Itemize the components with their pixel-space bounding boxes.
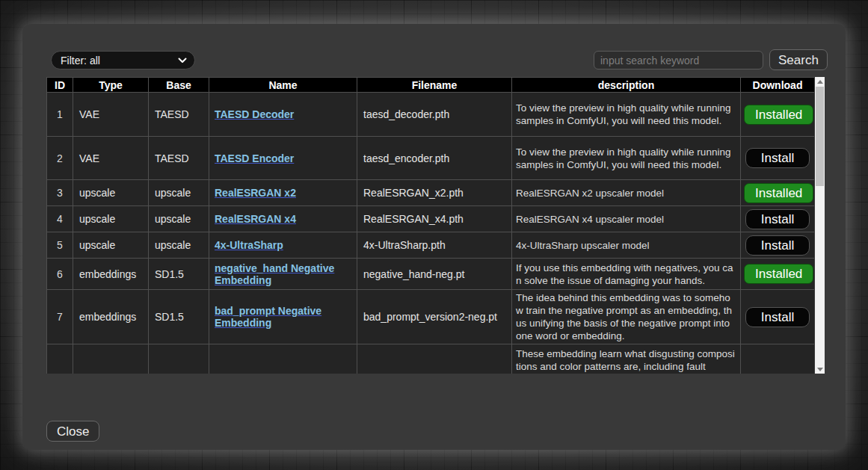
model-name-link[interactable]: RealESRGAN x4 bbox=[215, 213, 296, 225]
models-table-body: 1 VAE TAESD TAESD Decoder taesd_decoder.… bbox=[47, 93, 815, 374]
model-name-link[interactable]: negative_hand Negative Embedding bbox=[215, 262, 334, 286]
column-header-base: Base bbox=[149, 78, 209, 93]
scroll-down-arrow-icon[interactable] bbox=[815, 365, 825, 374]
cell-id: 7 bbox=[47, 290, 73, 344]
cell-type: VAE bbox=[73, 93, 149, 137]
model-name-link[interactable]: TAESD Decoder bbox=[215, 108, 294, 120]
cell-type: embeddings bbox=[73, 259, 149, 290]
table-row: 7 embeddings SD1.5 bad_prompt Negative E… bbox=[47, 290, 815, 344]
close-button[interactable]: Close bbox=[46, 421, 99, 442]
cell-name: TAESD Decoder bbox=[209, 93, 357, 137]
chevron-down-icon bbox=[178, 58, 187, 64]
column-header-id: ID bbox=[47, 78, 73, 93]
cell-filename: 4x-UltraSharp.pth bbox=[357, 232, 512, 259]
cell-base: SD1.5 bbox=[149, 290, 209, 344]
cell-type bbox=[73, 344, 149, 374]
cell-id: 6 bbox=[47, 259, 73, 290]
cell-name: TAESD Encoder bbox=[209, 137, 357, 180]
cell-description: If you use this embedding with negatives… bbox=[512, 259, 741, 290]
search-input[interactable] bbox=[594, 51, 763, 69]
cell-description: The idea behind this embedding was to so… bbox=[512, 290, 741, 344]
column-header-type: Type bbox=[73, 78, 149, 93]
cell-filename: taesd_encoder.pth bbox=[357, 137, 512, 180]
cell-download: Install bbox=[741, 137, 815, 180]
models-table: ID Type Base Name Filename description D… bbox=[46, 77, 814, 374]
cell-description: RealESRGAN x4 upscaler model bbox=[512, 206, 741, 232]
cell-description: These embedding learn what disgusting co… bbox=[512, 344, 741, 374]
table-header-row: ID Type Base Name Filename description D… bbox=[47, 78, 815, 93]
download-button[interactable]: Installed bbox=[744, 264, 813, 284]
model-manager-dialog: Filter: all Search ID Type bbox=[22, 24, 846, 450]
cell-base: TAESD bbox=[149, 93, 209, 137]
cell-base: upscale bbox=[149, 206, 209, 232]
cell-id: 4 bbox=[47, 206, 73, 232]
cell-type: upscale bbox=[73, 232, 149, 259]
cell-type: embeddings bbox=[73, 290, 149, 344]
canvas-background: Filter: all Search ID Type bbox=[0, 0, 868, 470]
cell-description: 4x-UltraSharp upscaler model bbox=[512, 232, 741, 259]
filter-select[interactable]: Filter: all bbox=[51, 51, 195, 69]
cell-description: RealESRGAN x2 upscaler model bbox=[512, 180, 741, 206]
cell-base bbox=[149, 344, 209, 374]
cell-description: To view the preview in high quality whil… bbox=[512, 137, 741, 180]
cell-download: Install bbox=[741, 232, 815, 259]
cell-base: SD1.5 bbox=[149, 259, 209, 290]
model-name-link[interactable]: bad_prompt Negative Embedding bbox=[215, 305, 321, 329]
model-name-link[interactable]: RealESRGAN x2 bbox=[215, 187, 296, 199]
search-button[interactable]: Search bbox=[769, 49, 828, 70]
model-name-link[interactable]: 4x-UltraSharp bbox=[215, 239, 283, 251]
cell-filename: taesd_decoder.pth bbox=[357, 93, 512, 137]
cell-description: To view the preview in high quality whil… bbox=[512, 93, 741, 137]
cell-filename: RealESRGAN_x4.pth bbox=[357, 206, 512, 232]
cell-download: Install bbox=[741, 290, 815, 344]
table-row: 2 VAE TAESD TAESD Encoder taesd_encoder.… bbox=[47, 137, 815, 180]
cell-type: VAE bbox=[73, 137, 149, 180]
table-row: 6 embeddings SD1.5 negative_hand Negativ… bbox=[47, 259, 815, 290]
cell-filename: RealESRGAN_x2.pth bbox=[357, 180, 512, 206]
models-table-viewport: ID Type Base Name Filename description D… bbox=[46, 77, 814, 374]
column-header-filename: Filename bbox=[357, 78, 512, 93]
cell-name: RealESRGAN x4 bbox=[209, 206, 357, 232]
download-button[interactable]: Installed bbox=[744, 183, 813, 203]
cell-id: 2 bbox=[47, 137, 73, 180]
cell-name: negative_hand Negative Embedding bbox=[209, 259, 357, 290]
cell-filename: bad_prompt_version2-neg.pt bbox=[357, 290, 512, 344]
filter-select-value: Filter: all bbox=[61, 55, 178, 67]
cell-download: Install bbox=[741, 206, 815, 232]
cell-download bbox=[741, 344, 815, 374]
models-table-area: ID Type Base Name Filename description D… bbox=[46, 77, 825, 374]
cell-type: upscale bbox=[73, 180, 149, 206]
cell-id: 1 bbox=[47, 93, 73, 137]
scrollbar-thumb[interactable] bbox=[816, 87, 824, 186]
model-name-link[interactable]: TAESD Encoder bbox=[215, 152, 294, 164]
download-button[interactable]: Install bbox=[745, 148, 810, 168]
cell-filename bbox=[357, 344, 512, 374]
cell-download: Installed bbox=[741, 259, 815, 290]
cell-download: Installed bbox=[741, 93, 815, 137]
table-row: 4 upscale upscale RealESRGAN x4 RealESRG… bbox=[47, 206, 815, 232]
cell-name bbox=[209, 344, 357, 374]
column-header-download: Download bbox=[741, 78, 815, 93]
cell-base: TAESD bbox=[149, 137, 209, 180]
cell-id: 3 bbox=[47, 180, 73, 206]
cell-base: upscale bbox=[149, 180, 209, 206]
cell-name: 4x-UltraSharp bbox=[209, 232, 357, 259]
download-button[interactable]: Install bbox=[745, 307, 810, 327]
cell-type: upscale bbox=[73, 206, 149, 232]
cell-name: RealESRGAN x2 bbox=[209, 180, 357, 206]
download-button[interactable]: Install bbox=[745, 209, 810, 229]
table-scrollbar[interactable] bbox=[815, 77, 825, 374]
cell-filename: negative_hand-neg.pt bbox=[357, 259, 512, 290]
cell-base: upscale bbox=[149, 232, 209, 259]
cell-id bbox=[47, 344, 73, 374]
download-button[interactable]: Install bbox=[745, 235, 810, 256]
table-row: 5 upscale upscale 4x-UltraSharp 4x-Ultra… bbox=[47, 232, 815, 259]
column-header-description: description bbox=[512, 78, 741, 93]
cell-id: 5 bbox=[47, 232, 73, 259]
scroll-up-arrow-icon[interactable] bbox=[815, 77, 825, 86]
cell-download: Installed bbox=[741, 180, 815, 206]
table-row: 3 upscale upscale RealESRGAN x2 RealESRG… bbox=[47, 180, 815, 206]
cell-name: bad_prompt Negative Embedding bbox=[209, 290, 357, 344]
download-button[interactable]: Installed bbox=[744, 105, 813, 125]
table-row: 1 VAE TAESD TAESD Decoder taesd_decoder.… bbox=[47, 93, 815, 137]
